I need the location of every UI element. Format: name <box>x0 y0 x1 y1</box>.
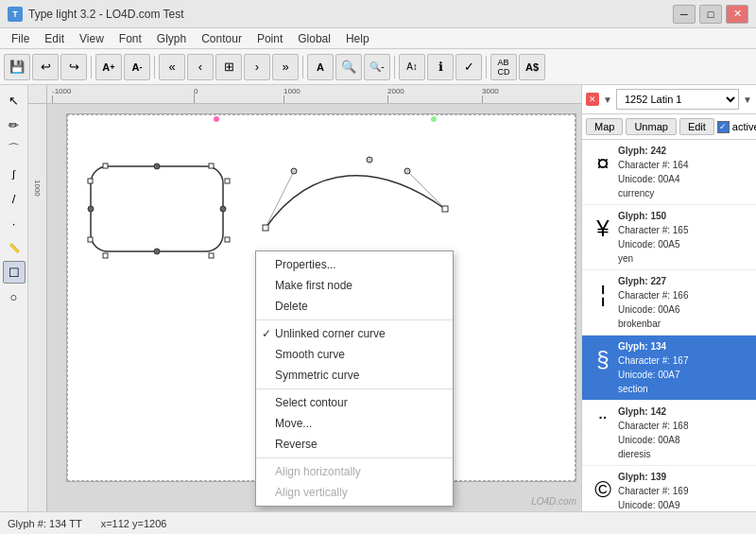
glyph-list: ¤ Glyph: 242 Character #: 164 Unicode: 0… <box>582 140 756 511</box>
ctx-delete[interactable]: Delete <box>256 296 453 317</box>
pen-tool[interactable]: ✏ <box>3 113 26 136</box>
ctx-move[interactable]: Move... <box>256 413 453 434</box>
active-check: ✓ active <box>717 121 756 133</box>
zoom-in-button[interactable]: 🔍 <box>335 54 362 80</box>
glyph-symbol: ¦ <box>588 274 618 314</box>
glyph-info: Glyph: 134 Character #: 167 Unicode: 00A… <box>618 339 689 396</box>
last-button[interactable]: » <box>272 54 299 80</box>
svg-point-15 <box>291 168 297 174</box>
dollar-button[interactable]: A$ <box>519 54 545 80</box>
glyph-list-item[interactable]: § Glyph: 134 Character #: 167 Unicode: 0… <box>582 336 756 401</box>
ruler-left: 1000 <box>28 104 47 511</box>
glyph-list-item[interactable]: © Glyph: 139 Character #: 169 Unicode: 0… <box>582 466 756 511</box>
maximize-button[interactable]: □ <box>699 5 722 24</box>
ctx-select-contour[interactable]: Select contour <box>256 392 453 413</box>
ruler-corner <box>28 85 47 104</box>
svg-rect-8 <box>225 179 230 183</box>
zoom-out-button[interactable]: 🔍- <box>364 54 390 80</box>
ctx-smooth-curve[interactable]: Smooth curve <box>256 344 453 365</box>
menu-glyph[interactable]: Glyph <box>149 30 194 47</box>
rect-tool[interactable]: ☐ <box>3 261 26 284</box>
active-checkbox[interactable]: ✓ <box>717 121 730 133</box>
menu-help[interactable]: Help <box>338 30 377 47</box>
line-tool[interactable]: / <box>3 187 26 210</box>
guide-dot2 <box>431 116 437 122</box>
grid-button[interactable]: ⊞ <box>215 54 242 80</box>
ab-cd-button[interactable]: ABCD <box>490 54 517 80</box>
metrics-button[interactable]: A↕ <box>399 54 425 80</box>
glyph-list-item[interactable]: ¤ Glyph: 242 Character #: 164 Unicode: 0… <box>582 140 756 205</box>
glyph-list-item[interactable]: ¥ Glyph: 150 Character #: 165 Unicode: 0… <box>582 205 756 270</box>
select-all-button[interactable]: A <box>307 54 334 80</box>
dropdown-right-arrow-icon: ▼ <box>743 95 752 105</box>
ctx-make-first-node[interactable]: Make first node <box>256 275 453 296</box>
panel-tools: Map Unmap Edit ✓ active <box>582 114 756 140</box>
glyph-symbol: ¥ <box>588 209 618 249</box>
undo-button[interactable]: ↩ <box>32 54 59 80</box>
glyph-info: Glyph: 142 Character #: 168 Unicode: 00A… <box>618 405 689 461</box>
canvas-wrapper: -1000 0 1000 2000 3000 1000 <box>28 85 581 511</box>
menu-point[interactable]: Point <box>249 30 290 47</box>
ellipse-tool[interactable]: ○ <box>3 285 26 308</box>
first-button[interactable]: « <box>159 54 185 80</box>
menu-font[interactable]: Font <box>112 30 149 47</box>
canvas[interactable]: Properties... Make first node Delete ✓ U… <box>47 104 581 511</box>
map-button[interactable]: Map <box>586 118 623 135</box>
glyph-info: Glyph: 150 Character #: 165 Unicode: 00A… <box>618 209 689 266</box>
save-button[interactable]: 💾 <box>4 54 30 80</box>
menu-global[interactable]: Global <box>290 30 338 47</box>
size-down-button[interactable]: A- <box>124 54 150 80</box>
glyph-symbol: ¨ <box>588 405 618 444</box>
svg-point-4 <box>154 249 160 254</box>
sep1 <box>91 56 92 78</box>
svg-rect-9 <box>88 237 93 242</box>
unmap-button[interactable]: Unmap <box>626 118 676 135</box>
guide-dot <box>214 116 219 122</box>
sep2 <box>154 56 155 78</box>
glyph-status: Glyph #: 134 TT <box>8 518 82 529</box>
curve-tool[interactable]: ⌒ <box>3 138 26 161</box>
panel-close-button[interactable]: ✕ <box>586 93 599 106</box>
menu-edit[interactable]: Edit <box>37 30 72 47</box>
menu-view[interactable]: View <box>72 30 112 47</box>
ctx-properties[interactable]: Properties... <box>256 254 453 275</box>
title-controls: ─ □ ✕ <box>673 5 748 24</box>
prev-button[interactable]: ‹ <box>187 54 214 80</box>
glyph-list-item[interactable]: ¨ Glyph: 142 Character #: 168 Unicode: 0… <box>582 401 756 466</box>
sep5 <box>486 56 487 78</box>
menu-contour[interactable]: Contour <box>194 30 249 47</box>
right-panel: ✕ ▼ 1252 Latin 1 ▼ Map Unmap Edit ✓ acti… <box>581 85 756 511</box>
glyph-list-item[interactable]: ¦ Glyph: 227 Character #: 166 Unicode: 0… <box>582 270 756 336</box>
main-area: ↖ ✏ ⌒ ∫ / · 📏 ☐ ○ -1000 0 1000 2000 3000 <box>0 85 756 511</box>
svg-point-16 <box>367 157 372 163</box>
charset-dropdown[interactable]: 1252 Latin 1 <box>616 89 739 110</box>
ctx-symmetric-curve[interactable]: Symmetric curve <box>256 365 453 386</box>
svg-point-2 <box>154 164 160 169</box>
title-text: Type light 3.2 - LO4D.com Test <box>28 8 673 21</box>
svg-rect-6 <box>209 164 214 168</box>
close-button[interactable]: ✕ <box>726 5 748 24</box>
check-button[interactable]: ✓ <box>455 54 482 80</box>
menu-file[interactable]: File <box>4 30 37 47</box>
ctx-unlinked-corner[interactable]: ✓ Unlinked corner curve <box>256 323 453 344</box>
next-button[interactable]: › <box>244 54 270 80</box>
ruler-tool[interactable]: 📏 <box>3 236 26 259</box>
watermark: LO4D.com <box>531 496 576 507</box>
arrow-tool[interactable]: ↖ <box>3 89 26 112</box>
redo-button[interactable]: ↪ <box>60 54 87 80</box>
ctx-sep2 <box>256 388 453 389</box>
glyph-info: Glyph: 242 Character #: 164 Unicode: 00A… <box>618 144 689 200</box>
node-tool[interactable]: · <box>3 212 26 234</box>
dropdown-arrow-icon: ▼ <box>603 95 612 105</box>
info-button[interactable]: ℹ <box>427 54 454 80</box>
minimize-button[interactable]: ─ <box>673 5 696 24</box>
size-up-button[interactable]: A+ <box>95 54 122 80</box>
svg-rect-10 <box>225 237 230 242</box>
arc-tool[interactable]: ∫ <box>3 163 26 185</box>
sep4 <box>394 56 395 78</box>
svg-rect-19 <box>442 206 448 212</box>
edit-button[interactable]: Edit <box>679 118 714 135</box>
glyph-info: Glyph: 139 Character #: 169 Unicode: 00A… <box>618 470 689 511</box>
svg-rect-5 <box>103 164 108 168</box>
ctx-reverse[interactable]: Reverse <box>256 434 453 455</box>
